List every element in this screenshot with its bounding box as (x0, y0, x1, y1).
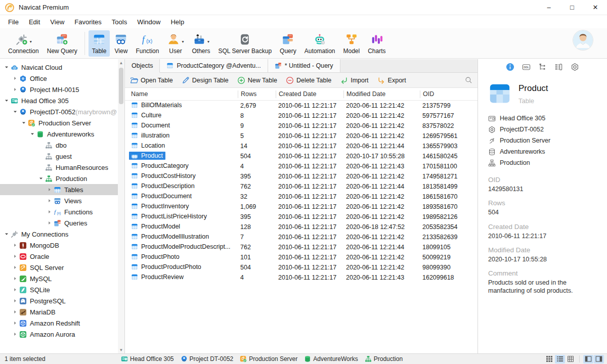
minimize-button[interactable]: – (537, 0, 560, 15)
tree-item-sql-server[interactable]: SQL Server (0, 262, 124, 273)
table-row-productmodelproductdescript-[interactable]: ProductModelProductDescript...7622010-06… (125, 242, 478, 252)
table-row-productdescription[interactable]: ProductDescription7622010-06-11 12:21:17… (125, 181, 478, 192)
table-row-productreview[interactable]: ProductReview42010-06-11 12:21:172020-06… (125, 272, 478, 283)
dropdown-arrow-icon[interactable]: ▾ (207, 39, 209, 44)
toolbar-user-button[interactable]: ▾User (163, 30, 187, 57)
import-button[interactable]: Import (340, 76, 368, 84)
column-header-rows[interactable]: Rows (238, 90, 276, 98)
table-row-productmodel[interactable]: ProductModel1282010-06-11 12:21:172020-0… (125, 222, 478, 232)
menu-edit[interactable]: Edit (24, 16, 45, 28)
grid-view-button[interactable] (544, 355, 554, 363)
table-row-productcosthistory[interactable]: ProductCostHistory3952010-06-11 12:21:17… (125, 171, 478, 181)
chevron-right-icon[interactable] (46, 210, 53, 214)
tree-item-functions[interactable]: f(x)Functions (0, 206, 124, 217)
tree-item-humanresources[interactable]: HumanResources (0, 162, 124, 173)
search-button[interactable] (465, 76, 472, 84)
table-row-document[interactable]: Document92010-06-11 12:21:172020-06-11 1… (125, 121, 478, 131)
tree-item-queries[interactable]: Queries (0, 217, 124, 229)
info-tab-button[interactable] (506, 63, 514, 73)
chevron-down-icon[interactable] (29, 132, 36, 136)
tree-item-mariadb[interactable]: MariaDB (0, 306, 124, 317)
menu-view[interactable]: View (45, 16, 69, 28)
menu-tools[interactable]: Tools (107, 16, 132, 28)
table-row-billofmaterials[interactable]: BillOfMaterials2,6792010-06-11 12:21:172… (125, 101, 478, 111)
toolbar-automation-button[interactable]: Automation (301, 30, 339, 57)
chevron-right-icon[interactable] (12, 87, 19, 92)
column-header-modified-date[interactable]: Modified Date (343, 90, 420, 98)
tree-item-project-mh-0015[interactable]: Project MH-0015 (0, 84, 124, 95)
scroll-up-icon[interactable]: ▲ (119, 59, 123, 66)
scroll-down-icon[interactable]: ▼ (119, 346, 123, 353)
table-row-productlistpricehistory[interactable]: ProductListPriceHistory3952010-06-11 12:… (125, 212, 478, 222)
tree-item-amazon-aurora[interactable]: Amazon Aurora (0, 329, 124, 340)
maximize-button[interactable]: □ (560, 0, 584, 15)
design-table-button[interactable]: Design Table (182, 76, 229, 84)
chevron-right-icon[interactable] (12, 254, 19, 258)
toolbar-charts-button[interactable]: Charts (364, 30, 389, 57)
column-header-created-date[interactable]: Created Date (276, 90, 343, 98)
tree-item-head-office-305[interactable]: Head Office 305 (0, 95, 124, 106)
tree-item-mongodb[interactable]: MongoDB (0, 240, 124, 251)
tree-item-oracle[interactable]: Oracle (0, 251, 124, 262)
chevron-right-icon[interactable] (46, 221, 53, 225)
detail-view-button[interactable] (566, 355, 576, 363)
tree-item-sqlite[interactable]: SQLite (0, 284, 124, 295)
chevron-down-icon[interactable] (20, 121, 27, 125)
menu-file[interactable]: File (3, 16, 24, 28)
chevron-down-icon[interactable] (3, 232, 10, 236)
tab-productcategory-adventu-[interactable]: ProductCategory @Adventu... (160, 59, 268, 72)
scrollbar-thumb[interactable] (119, 68, 123, 104)
toolbar-new-query-button[interactable]: New Query (44, 30, 81, 57)
dropdown-arrow-icon[interactable]: ▾ (182, 39, 184, 44)
table-row-product[interactable]: Product5042010-06-11 12:21:172020-10-17 … (125, 151, 478, 161)
dropdown-arrow-icon[interactable]: ▾ (30, 39, 32, 44)
chevron-right-icon[interactable] (46, 188, 53, 192)
table-row-illustration[interactable]: illustration52010-06-11 12:21:172020-06-… (125, 131, 478, 141)
nut-tab-button[interactable] (571, 63, 579, 73)
close-button[interactable]: ✕ (584, 0, 607, 15)
tree-item-adventureworks[interactable]: Adventureworks (0, 128, 124, 140)
chevron-right-icon[interactable] (12, 265, 19, 269)
tree-item-guest[interactable]: guest (0, 151, 124, 162)
tree-item-navicat-cloud[interactable]: Navicat Cloud (0, 62, 124, 73)
sidebar-scrollbar[interactable]: ▲ ▼ (118, 59, 124, 353)
tree-item-production[interactable]: Production (0, 173, 124, 184)
tab--untitled-query[interactable]: * Untitled - Query (268, 59, 340, 72)
chevron-down-icon[interactable] (12, 110, 19, 114)
chevron-right-icon[interactable] (12, 277, 19, 281)
user-avatar[interactable] (573, 30, 593, 50)
ddl-tab-button[interactable]: DDL (522, 63, 531, 73)
tree-item-projectdt-0052[interactable]: ProjectDT-0052 (marybrown@ (0, 106, 124, 117)
table-row-culture[interactable]: Culture82010-06-11 12:21:172020-06-11 12… (125, 111, 478, 121)
chevron-right-icon[interactable] (12, 321, 19, 325)
toolbar-function-button[interactable]: f(x)Function (132, 30, 162, 57)
toolbar-model-button[interactable]: Model (340, 30, 364, 57)
structure-tab-button[interactable] (538, 63, 547, 73)
tree-item-production-server[interactable]: Production Server (0, 117, 124, 128)
delete-table-button[interactable]: Delete Table (286, 76, 331, 84)
new-table-button[interactable]: New Table (237, 76, 277, 84)
chevron-right-icon[interactable] (46, 199, 53, 203)
table-row-location[interactable]: Location142010-06-11 12:21:172020-06-11 … (125, 141, 478, 151)
tree-item-mysql[interactable]: MySQL (0, 273, 124, 284)
toolbar-others-button[interactable]: ▾Others (188, 30, 213, 57)
menu-window[interactable]: Window (132, 16, 165, 28)
table-row-productphoto[interactable]: ProductPhoto1012010-06-11 12:21:172020-0… (125, 252, 478, 262)
table-row-productinventory[interactable]: ProductInventory1,0692010-06-11 12:21:17… (125, 202, 478, 212)
column-header-oid[interactable]: OID (420, 90, 478, 98)
chevron-right-icon[interactable] (12, 299, 19, 303)
menu-favorites[interactable]: Favorites (69, 16, 106, 28)
chevron-down-icon[interactable] (3, 65, 10, 69)
chevron-down-icon[interactable] (37, 176, 45, 180)
tree-item-tables[interactable]: Tables (0, 184, 124, 195)
chevron-right-icon[interactable] (12, 332, 19, 336)
open-table-button[interactable]: Open Table (130, 76, 173, 84)
table-row-productcategory[interactable]: ProductCategory42010-06-11 12:21:172020-… (125, 161, 478, 171)
toggle-right-pane-button[interactable] (594, 355, 604, 363)
table-row-productproductphoto[interactable]: ProductProductPhoto5042010-06-11 12:21:1… (125, 262, 478, 272)
menu-help[interactable]: Help (165, 16, 189, 28)
toolbar-query-button[interactable]: Query (276, 30, 300, 57)
chevron-right-icon[interactable] (12, 76, 19, 80)
table-row-productdocument[interactable]: ProductDocument322010-06-11 12:21:172020… (125, 192, 478, 202)
chevron-right-icon[interactable] (12, 288, 19, 292)
